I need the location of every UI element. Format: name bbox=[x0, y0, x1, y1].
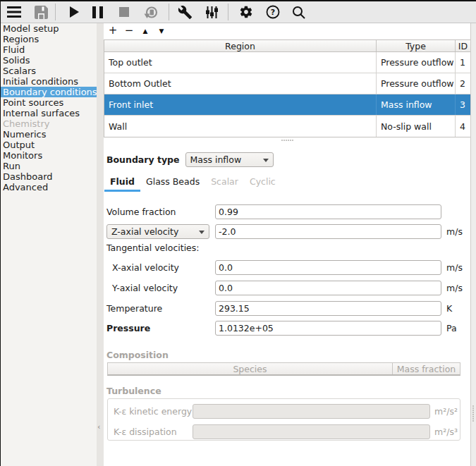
sidebar-item-solids[interactable]: Solids bbox=[1, 55, 97, 66]
minus-icon: − bbox=[125, 25, 134, 36]
table-row[interactable]: Wall No-slip wall 4 bbox=[104, 116, 470, 137]
help-icon: ? bbox=[266, 5, 280, 19]
table-row[interactable]: Bottom Outlet Pressure outflow 2 bbox=[104, 73, 470, 94]
ke-dissipation-unit: m²/s³ bbox=[434, 424, 458, 439]
cell-type[interactable]: No-slip wall bbox=[377, 116, 456, 137]
table-row[interactable]: Top outlet Pressure outflow 1 bbox=[104, 52, 470, 73]
sidebar-item-fluid[interactable]: Fluid bbox=[1, 44, 97, 55]
sidebar-item-monitors[interactable]: Monitors bbox=[1, 150, 97, 161]
column-header-region[interactable]: Region bbox=[104, 40, 377, 51]
boundary-type-value: Mass inflow bbox=[190, 154, 242, 165]
search-icon bbox=[292, 6, 305, 19]
tab-glass-beads[interactable]: Glass Beads bbox=[140, 175, 205, 192]
menu-icon bbox=[7, 6, 21, 18]
cell-region[interactable]: Top outlet bbox=[104, 52, 377, 73]
turbulence-groupbox: K-ε kinetic energy m²/s² K-ε dissipation… bbox=[107, 398, 460, 441]
y-axial-velocity-field[interactable] bbox=[215, 281, 441, 295]
sidebar-item-advanced[interactable]: Advanced bbox=[1, 182, 97, 192]
x-axial-velocity-field[interactable] bbox=[215, 260, 441, 275]
column-header-type[interactable]: Type bbox=[377, 40, 456, 51]
sidebar-item-model-setup[interactable]: Model setup bbox=[1, 23, 97, 34]
toolbar-separator bbox=[55, 4, 56, 20]
nav-sidebar: Model setup Regions Fluid Solids Scalars… bbox=[1, 23, 97, 466]
axial-velocity-field[interactable] bbox=[215, 224, 441, 239]
pressure-unit: Pa bbox=[446, 321, 457, 336]
regions-table-header: Region Type ID bbox=[104, 40, 470, 52]
stop-button[interactable] bbox=[111, 2, 137, 22]
sidebar-item-initial-conditions[interactable]: Initial conditions bbox=[1, 76, 97, 87]
region-list-toolbar: + − ▲ ▼ bbox=[106, 25, 169, 37]
play-icon bbox=[68, 6, 80, 18]
composition-title: Composition bbox=[106, 350, 169, 360]
toolbar-separator bbox=[228, 4, 228, 20]
table-row-selected[interactable]: Front inlet Mass inflow 3 bbox=[104, 94, 470, 116]
cell-region[interactable]: Wall bbox=[104, 116, 377, 137]
cell-type[interactable]: Pressure outflow bbox=[377, 73, 456, 94]
splitter-handle-horizontal[interactable] bbox=[104, 140, 470, 141]
cell-type[interactable]: Pressure outflow bbox=[377, 52, 456, 73]
species-column-header: Species bbox=[108, 363, 393, 374]
composition-table-header: Species Mass fraction bbox=[107, 362, 460, 376]
region-down-button[interactable]: ▼ bbox=[154, 25, 169, 37]
up-icon: ▲ bbox=[143, 27, 148, 35]
regions-table: Region Type ID Top outlet Pressure outfl… bbox=[104, 39, 471, 137]
pressure-label: Pressure bbox=[106, 321, 150, 336]
build-button[interactable] bbox=[172, 2, 197, 22]
tangential-velocities-label: Tangential velocities: bbox=[106, 243, 200, 252]
menu-button[interactable] bbox=[1, 2, 27, 22]
sidebar-item-regions[interactable]: Regions bbox=[1, 34, 97, 44]
pause-button[interactable] bbox=[85, 2, 110, 22]
sidebar-item-point-sources[interactable]: Point sources bbox=[1, 97, 97, 108]
save-button[interactable] bbox=[28, 2, 54, 22]
ke-kinetic-energy-unit: m²/s² bbox=[434, 404, 458, 419]
splitter-handle-vertical[interactable] bbox=[472, 405, 474, 422]
svg-text:?: ? bbox=[271, 8, 275, 17]
volume-fraction-field[interactable] bbox=[215, 204, 441, 219]
search-button[interactable] bbox=[286, 2, 311, 22]
cell-id[interactable]: 2 bbox=[456, 73, 470, 94]
cell-region[interactable]: Front inlet bbox=[104, 94, 377, 115]
cell-id[interactable]: 3 bbox=[456, 94, 470, 115]
plus-icon: + bbox=[109, 25, 118, 36]
sidebar-item-run[interactable]: Run bbox=[1, 161, 97, 171]
help-button[interactable]: ? bbox=[260, 2, 286, 22]
settings-button[interactable] bbox=[233, 2, 259, 22]
sidebar-item-output[interactable]: Output bbox=[1, 140, 97, 150]
cell-type[interactable]: Mass inflow bbox=[377, 94, 456, 115]
run-button[interactable] bbox=[61, 2, 87, 22]
cell-id[interactable]: 4 bbox=[456, 116, 470, 137]
sidebar-splitter[interactable]: ‹ bbox=[97, 23, 104, 466]
window-top-border bbox=[0, 0, 476, 1]
sidebar-item-dashboard[interactable]: Dashboard bbox=[1, 171, 97, 182]
region-up-button[interactable]: ▲ bbox=[138, 25, 152, 37]
boundary-type-select[interactable]: Mass inflow bbox=[185, 152, 274, 167]
reset-button[interactable] bbox=[138, 2, 164, 22]
tab-fluid[interactable]: Fluid bbox=[104, 175, 140, 192]
sidebar-item-internal-surfaces[interactable]: Internal surfaces bbox=[1, 108, 97, 118]
x-axial-velocity-label: X-axial velocity bbox=[112, 260, 179, 275]
ke-kinetic-energy-label: K-ε kinetic energy bbox=[114, 404, 192, 419]
temperature-field[interactable] bbox=[215, 301, 441, 316]
reset-icon bbox=[144, 5, 159, 20]
sidebar-item-scalars[interactable]: Scalars bbox=[1, 66, 97, 76]
sidebar-item-numerics[interactable]: Numerics bbox=[1, 129, 97, 140]
temperature-unit: K bbox=[446, 301, 452, 316]
temperature-label: Temperature bbox=[106, 301, 162, 316]
sidebar-item-boundary-conditions[interactable]: Boundary conditions bbox=[1, 87, 97, 97]
stop-icon bbox=[119, 7, 129, 17]
axial-velocity-selected: Z-axial velocity bbox=[111, 226, 178, 237]
pressure-field[interactable] bbox=[215, 321, 441, 336]
gear-icon bbox=[239, 5, 253, 19]
region-add-button[interactable]: + bbox=[106, 25, 120, 37]
dropdown-arrow-icon bbox=[199, 231, 205, 234]
region-remove-button[interactable]: − bbox=[122, 25, 136, 37]
cell-id[interactable]: 1 bbox=[456, 52, 470, 73]
window-left-border bbox=[0, 0, 1, 466]
sidebar-item-chemistry: Chemistry bbox=[1, 118, 97, 129]
cell-region[interactable]: Bottom Outlet bbox=[104, 73, 377, 94]
parameters-button[interactable] bbox=[199, 2, 224, 22]
column-header-id[interactable]: ID bbox=[456, 40, 470, 51]
sliders-icon bbox=[205, 6, 219, 19]
axial-velocity-select[interactable]: Z-axial velocity bbox=[106, 224, 209, 239]
right-splitter[interactable] bbox=[470, 23, 476, 466]
